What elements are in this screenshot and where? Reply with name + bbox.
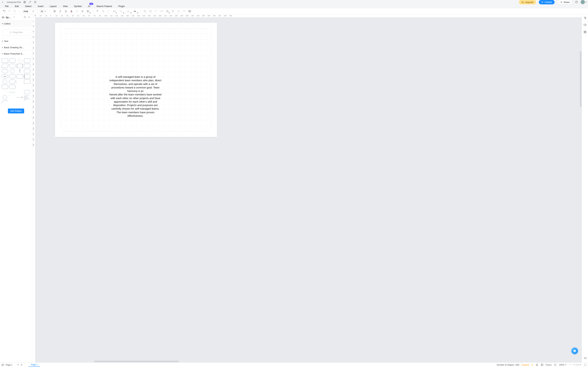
menu-layout[interactable]: Layout — [47, 4, 60, 8]
menu-ai[interactable]: AI hot — [85, 4, 93, 8]
expand-link[interactable]: Expand — [522, 364, 529, 366]
shape-preparation[interactable] — [17, 85, 23, 89]
redo-icon[interactable] — [7, 9, 12, 13]
shape-tape[interactable] — [2, 85, 8, 89]
shape-or[interactable] — [3, 80, 7, 84]
canvas-text-shape[interactable]: A self-managed team is a group of indepe… — [109, 75, 162, 118]
shape-arc[interactable] — [2, 100, 8, 104]
shape-display[interactable] — [9, 85, 15, 89]
bold-icon[interactable] — [52, 9, 57, 13]
fill-bucket-icon[interactable] — [583, 17, 587, 20]
shape-offpage-connector[interactable] — [9, 95, 15, 100]
shape-ellipse[interactable] — [2, 69, 8, 73]
shape-hexagon[interactable] — [2, 90, 8, 94]
tools-icon[interactable] — [182, 9, 186, 13]
shape-document[interactable] — [24, 58, 30, 63]
star-icon[interactable] — [34, 1, 37, 3]
canvas-page[interactable]: A self-managed team is a group of indepe… — [55, 23, 217, 137]
menu-insert[interactable]: Insert — [35, 4, 47, 8]
account-menu[interactable] — [581, 0, 587, 4]
add-page-icon[interactable] — [20, 364, 23, 366]
font-family-select[interactable]: Arial — [22, 9, 38, 13]
underline-icon[interactable] — [64, 9, 68, 13]
bring-front-icon[interactable] — [143, 9, 147, 13]
shape-divider-line[interactable] — [9, 92, 15, 92]
shape-cylinder-side[interactable] — [9, 80, 15, 84]
zoom-slider-knob[interactable] — [577, 364, 579, 366]
italic-icon[interactable] — [58, 9, 62, 13]
text-direction-icon[interactable] — [75, 9, 79, 13]
shape-note[interactable] — [24, 74, 30, 78]
section-text[interactable]: Text — [0, 38, 32, 44]
focus-label[interactable]: Focus — [546, 364, 552, 366]
format-painter-icon[interactable] — [13, 9, 17, 13]
align-objects-icon[interactable] — [154, 9, 158, 13]
menu-plugin[interactable]: Plugin — [115, 4, 128, 8]
shape-manual-input[interactable] — [17, 80, 23, 84]
shape-decision[interactable] — [17, 58, 22, 63]
shape-manual-op[interactable] — [24, 85, 30, 89]
help-icon[interactable] — [575, 1, 578, 3]
font-size-select[interactable]: 12 — [39, 9, 47, 13]
line-weight-icon[interactable] — [132, 9, 138, 13]
back-icon[interactable] — [1, 1, 4, 3]
shape-card[interactable] — [17, 74, 23, 78]
line-color-icon[interactable] — [107, 9, 111, 13]
shape-terminator[interactable] — [9, 64, 15, 68]
font-color-icon[interactable] — [69, 9, 73, 13]
export-icon[interactable] — [583, 23, 587, 27]
shape-arrow[interactable] — [17, 95, 23, 100]
undo-icon[interactable] — [2, 9, 6, 13]
assistant-bubble[interactable] — [571, 348, 578, 354]
share-button[interactable]: Share — [557, 0, 572, 5]
zoom-slider[interactable] — [573, 365, 578, 365]
shape-process[interactable] — [2, 58, 8, 63]
collapse-panel-icon[interactable] — [28, 16, 30, 19]
grid-icon[interactable] — [583, 30, 587, 34]
save-icon[interactable] — [23, 1, 26, 3]
line-style-icon[interactable] — [118, 9, 124, 13]
open-external-icon[interactable] — [28, 1, 31, 3]
drag-here-target[interactable]: Drag Here — [2, 29, 30, 35]
align-icon[interactable] — [80, 9, 85, 13]
shape-connector[interactable] — [10, 69, 14, 73]
shape-predefined[interactable] — [17, 64, 23, 68]
menu-select[interactable]: Select — [22, 4, 35, 8]
shape-annotation-yes[interactable]: Yes — [2, 74, 8, 78]
crop-icon[interactable] — [171, 9, 175, 13]
fill-icon[interactable] — [101, 9, 105, 13]
arrow-end-icon[interactable] — [125, 9, 131, 13]
add-shapes-button[interactable]: Add Shapes — [8, 108, 24, 113]
fit-icon[interactable] — [541, 364, 543, 366]
menu-view[interactable]: View — [60, 4, 71, 8]
shape-stadium[interactable] — [24, 90, 30, 94]
shape-data[interactable] — [1, 64, 9, 68]
section-basic-drawing[interactable]: Basic Drawing Sh… — [0, 44, 32, 50]
line-spacing-icon[interactable] — [86, 9, 90, 13]
shape-database[interactable] — [9, 74, 15, 78]
zoom-in-icon[interactable] — [579, 364, 581, 366]
shape-user[interactable] — [24, 69, 30, 73]
section-basic-flowchart[interactable]: Basic Flowchart S… — [0, 51, 32, 57]
panel-toggle-icon[interactable] — [1, 364, 4, 366]
menu-search-feature[interactable]: Search Feature — [93, 4, 115, 8]
zoom-value[interactable]: 100% — [559, 364, 566, 366]
page-tab[interactable]: Page-1 — [28, 363, 40, 367]
section-collect[interactable]: collect — [0, 21, 32, 27]
vip-icon[interactable]: ♛ — [531, 364, 533, 366]
menu-symbol[interactable]: Symbol — [71, 4, 85, 8]
search-icon[interactable] — [24, 16, 26, 19]
more-icon[interactable] — [13, 16, 15, 19]
distribute-icon[interactable] — [160, 9, 164, 13]
settings-list-icon[interactable] — [583, 357, 587, 360]
fullscreen-icon[interactable] — [584, 364, 587, 366]
lock-icon[interactable] — [176, 9, 181, 13]
layers-icon[interactable] — [536, 364, 538, 366]
connector-icon[interactable] — [112, 9, 116, 13]
shape-actor[interactable] — [17, 69, 23, 73]
shape-summing[interactable] — [3, 95, 7, 100]
present-icon[interactable] — [188, 9, 192, 13]
vertical-scrollbar[interactable] — [580, 51, 581, 107]
shape-offpage[interactable] — [24, 80, 30, 84]
publish-button[interactable]: Publish — [539, 0, 555, 4]
